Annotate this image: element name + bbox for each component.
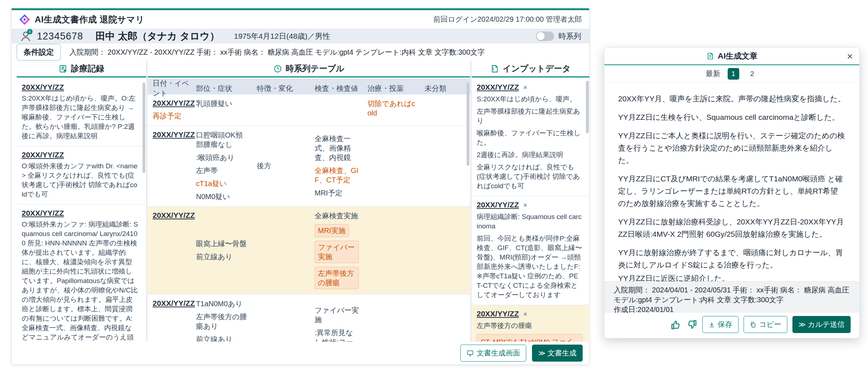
col-header: 特徴・変化 xyxy=(252,84,310,93)
thumbs-down-icon[interactable] xyxy=(686,319,697,330)
timeline-toggle[interactable] xyxy=(536,31,554,41)
ai-paragraph: YY月に放射線治療が終了するまで、咽頭痛に対しカロナール、胃炎に対しアルロイドS… xyxy=(618,247,846,271)
condition-summary: 入院期間： 20XX/YY/ZZ - 20XX/YY/ZZ 手術： xx手術 病… xyxy=(69,47,485,57)
card-line: 前回、今回とも奥様が同伴P:全麻検査、GIF、CT(造影、眼窩上縁〜骨盤)、MR… xyxy=(477,234,582,300)
patient-bar: i 12345678 田中 太郎（タナカ タロウ） 1975年4月12日(48歳… xyxy=(12,29,589,43)
record-text: O:喉頭外来カンファ: 病理組織診断: Squamous cell carcin… xyxy=(22,220,138,342)
copy-button[interactable]: コピー xyxy=(744,316,787,333)
table-row-highlighted: 20XX/YY/ZZ 眼窩上縁〜骨盤 前立線あり 全麻検査実施 MRI実施 ファ… xyxy=(148,207,470,295)
table-row: 20XX/YY/ZZ 口腔咽頭OK頸部腫瘤なし :喉頭癌あり 左声帯 cT1a疑… xyxy=(148,126,470,207)
cell-tag: ファイバー実施 xyxy=(315,241,359,263)
send-to-chart-button[interactable]: ≫ カルテ送信 xyxy=(792,316,851,333)
input-data-header: インプットデータ xyxy=(472,61,590,77)
ai-paragraph: YY月ZZ日にCT及びMRIでの結果を考慮してT1aN0M0喉頭癌 と確定し、ラ… xyxy=(618,173,846,210)
record-date-link[interactable]: 20XX/YY/ZZ xyxy=(22,151,64,159)
card-line: S:20XX年はじめ頃から、嗄声。 xyxy=(477,94,582,104)
input-card: 20XX/YY/ZZ × 病理組織診断: Squamous cell carci… xyxy=(472,196,590,305)
records-scrollbar[interactable] xyxy=(142,83,145,173)
row-event: 再診予定 xyxy=(153,111,182,121)
col-header: 治療・投薬 xyxy=(362,84,420,93)
records-title: 診療記録 xyxy=(71,63,104,74)
cell-text: :喉頭癌あり xyxy=(196,153,235,162)
ai-paragraph: YY月ZZ日にご本人と奥様に説明を行い、ステージ確定のための検査を行うことや治療… xyxy=(618,130,846,167)
meta-line: 入院期間： 2024/04/01 - 2024/05/31 手術： xx手術 病… xyxy=(614,285,850,295)
ai-paragraph: YY月ZZ日に生検を行い、Squamous cell carcinomaと診断し… xyxy=(618,111,846,123)
card-date-link[interactable]: 20XX/YY/ZZ xyxy=(477,201,519,209)
thumbs-up-icon[interactable] xyxy=(671,319,681,330)
cell-text: 全麻検査、GIF、CT予定 xyxy=(315,166,359,185)
cell-text: 左声帯 xyxy=(196,166,218,175)
ai-version-tabs: 最新 1 2 xyxy=(604,65,859,83)
cell-text: 切除であればcold xyxy=(367,99,416,118)
cell-text: 乳頭腫疑い xyxy=(196,99,232,108)
record-text: O:喉頭外来後カンファwith Dr. <name> 全麻リスクなければ、良性で… xyxy=(22,161,138,199)
condition-bar: 条件設定 入院期間： 20XX/YY/ZZ - 20XX/YY/ZZ 手術： x… xyxy=(12,43,589,61)
column-divider xyxy=(471,61,471,342)
close-icon[interactable]: × xyxy=(523,84,527,91)
cell-text: MRI予定 xyxy=(315,188,342,198)
record-date-link[interactable]: 20XX/YY/ZZ xyxy=(22,83,64,92)
cell-text: 前立線あり xyxy=(196,334,233,342)
cell-text: 口腔咽頭OK頸部腫瘤なし xyxy=(196,130,248,149)
cell-text: 前立線あり xyxy=(196,252,233,261)
ai-text-panel: AI生成文章 × 最新 1 2 20XX年YY月、嗄声を主訴に来院。声帯の隆起性… xyxy=(604,47,860,338)
app-logo-icon xyxy=(19,14,30,25)
record-entry: 20XX/YY/ZZ O:喉頭外来カンファ: 病理組織診断: Squamous … xyxy=(17,205,146,342)
cell-text: cT1a疑い xyxy=(196,179,227,188)
close-icon[interactable]: × xyxy=(523,311,527,317)
card-line: 病理組織診断: Squamous cell carcinoma xyxy=(477,212,582,231)
generate-document-button[interactable]: ≫ 文書生成 xyxy=(532,345,583,362)
col-header: 検査・検査値 xyxy=(310,84,362,93)
record-date-link[interactable]: 20XX/YY/ZZ xyxy=(22,209,64,218)
page: AI生成文書作成 退院サマリ 前回ログイン2024/02/29 17:00:00… xyxy=(0,0,868,375)
row-date-link[interactable]: 20XX/YY/ZZ xyxy=(153,99,195,108)
cell-tag: 左声帯後方の腫瘍 xyxy=(315,267,359,289)
condition-settings-button[interactable]: 条件設定 xyxy=(17,44,61,60)
cell-text: N0M0疑い xyxy=(196,192,230,201)
toggle-knob xyxy=(537,32,545,40)
close-icon[interactable]: × xyxy=(847,51,853,62)
timeline-title: 時系列テーブル xyxy=(286,63,345,74)
ai-paragraph: YY月ZZ日に放射線治療科受診し、20XX年YY月ZZ日-20XX年YY月ZZ日… xyxy=(618,216,846,240)
timeline-column-headers: 日付・イベント 部位・症状 特徴・変化 検査・検査値 治療・投薬 未分類 xyxy=(148,79,470,94)
input-card: 20XX/YY/ZZ × S:20XX年はじめ頃から、嗄声。 左声帯膜様部後方に… xyxy=(472,79,590,196)
col-header: 未分類 xyxy=(420,84,470,93)
card-date-link[interactable]: 20XX/YY/ZZ xyxy=(477,83,519,92)
ai-generated-text: 20XX年YY月、嗄声を主訴に来院。声帯の隆起性病変を指摘した。 YY月ZZ日に… xyxy=(604,83,859,281)
cell-text: T1aN0M0あり xyxy=(196,299,243,308)
row-date-link[interactable]: 20XX/YY/ZZ xyxy=(153,130,195,139)
input-card-highlighted: 20XX/YY/ZZ × 左声帯後方の腫瘍 CT, MRIでもT1aN0M0 フ… xyxy=(472,305,590,342)
highlight-note-box: CT, MRIでもT1aN0M0 ファイバーでも左声帯後方の腫瘍 1 ラリンゴレ… xyxy=(477,334,582,342)
tab-version-2[interactable]: 2 xyxy=(746,68,758,80)
download-icon xyxy=(709,321,715,328)
document-screen-button[interactable]: 文書生成画面 xyxy=(460,345,526,362)
col-header: 部位・症状 xyxy=(191,84,252,93)
card-date-link[interactable]: 20XX/YY/ZZ xyxy=(477,309,519,318)
ai-paragraph: YY月ZZ日に近医に逆紹介した。 xyxy=(618,272,846,281)
generate-document-label: 文書生成 xyxy=(548,348,576,358)
patient-birth: 1975年4月12日(48歳)／男性 xyxy=(234,31,330,41)
row-date-link[interactable]: 20XX/YY/ZZ xyxy=(153,211,195,220)
input-scrollbar[interactable] xyxy=(586,81,589,133)
meta-line: モデル:gpt4 テンプレート:内科 文章 文字数:300文字 xyxy=(614,295,850,305)
send-icon: ≫ xyxy=(538,350,545,357)
screen-icon xyxy=(467,350,474,357)
tab-version-1[interactable]: 1 xyxy=(728,68,739,80)
document-icon xyxy=(490,64,499,73)
close-icon[interactable]: × xyxy=(523,202,527,208)
save-button[interactable]: 保存 xyxy=(702,316,739,333)
send-to-chart-label: カルテ送信 xyxy=(808,320,844,329)
tab-latest[interactable]: 最新 xyxy=(706,69,720,79)
timeline-table: 日付・イベント 部位・症状 特徴・変化 検査・検査値 治療・投薬 未分類 20X… xyxy=(148,79,470,342)
row-date-link[interactable]: 20XX/YY/ZZ xyxy=(153,299,195,308)
input-data-title: インプットデータ xyxy=(503,63,571,74)
patient-id: 12345678 xyxy=(37,31,83,42)
cell-text: 眼窩上縁〜骨盤 xyxy=(196,239,247,248)
card-line: 全麻リスクなければ、良性でも(症状考慮して)手術検討 切除であればcoldでも可 xyxy=(477,163,582,191)
cell-text: ファイバー実施 xyxy=(315,306,359,324)
ai-paragraph: 20XX年YY月、嗄声を主訴に来院。声帯の隆起性病変を指摘した。 xyxy=(618,93,846,105)
timeline-panel: 時系列テーブル 日付・イベント 部位・症状 特徴・変化 検査・検査値 治療・投薬… xyxy=(148,61,470,342)
timeline-scrollbar[interactable] xyxy=(467,83,469,166)
meta-line: 作成日:2024/01/01 xyxy=(614,305,850,315)
table-row: 20XX/YY/ZZ 再診予定 乳頭腫疑い 切除であればcold xyxy=(148,94,470,126)
